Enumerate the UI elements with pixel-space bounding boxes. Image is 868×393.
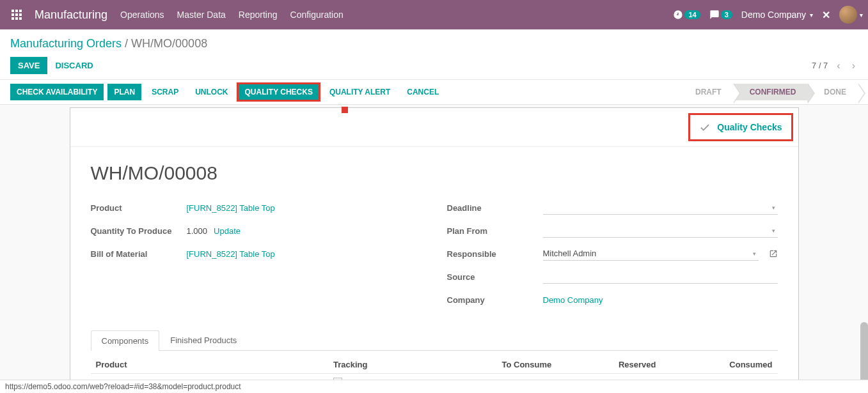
label-bom: Bill of Material bbox=[91, 249, 187, 259]
label-responsible: Responsible bbox=[447, 249, 543, 259]
label-deadline: Deadline bbox=[447, 203, 543, 213]
nav-reporting[interactable]: Reporting bbox=[239, 10, 278, 20]
cancel-button[interactable]: CANCEL bbox=[400, 84, 445, 100]
discard-button[interactable]: DISCARD bbox=[55, 61, 93, 70]
quality-checks-button[interactable]: QUALITY CHECKS bbox=[238, 84, 319, 100]
caret-down-icon: ▾ bbox=[753, 250, 756, 257]
field-source[interactable] bbox=[543, 270, 778, 284]
nav-master-data[interactable]: Master Data bbox=[177, 10, 226, 20]
clock-icon bbox=[673, 10, 683, 20]
caret-down-icon: ▾ bbox=[772, 204, 775, 211]
nav-configuration[interactable]: Configuration bbox=[290, 10, 343, 20]
quality-checks-stat-button[interactable]: Quality Checks bbox=[688, 113, 793, 141]
activity-indicator[interactable]: 14 bbox=[673, 10, 700, 20]
field-responsible-value: Mitchell Admin bbox=[543, 249, 597, 258]
caret-down-icon: ▾ bbox=[772, 227, 775, 234]
activity-count: 14 bbox=[684, 10, 700, 19]
stage-confirmed[interactable]: CONFIRMED bbox=[733, 84, 808, 100]
col-reserved[interactable]: Reserved bbox=[556, 356, 661, 374]
breadcrumb-sep: / bbox=[125, 37, 131, 50]
pager-value[interactable]: 7 / 7 bbox=[812, 61, 828, 70]
avatar bbox=[839, 6, 857, 24]
breadcrumb: Manufacturing Orders / WH/MO/00008 bbox=[10, 37, 858, 50]
browser-status-bar: https://demo5.odoo.com/web?reload=#id=38… bbox=[0, 380, 868, 393]
pager: 7 / 7 ‹ › bbox=[812, 59, 858, 73]
col-product[interactable]: Product bbox=[91, 356, 328, 374]
label-plan-from: Plan From bbox=[447, 226, 543, 236]
plan-button[interactable]: PLAN bbox=[107, 84, 141, 100]
label-qty: Quantity To Produce bbox=[91, 226, 187, 236]
field-product[interactable]: [FURN_8522] Table Top bbox=[187, 203, 275, 213]
messages-indicator[interactable]: 3 bbox=[709, 10, 732, 20]
pager-prev[interactable]: ‹ bbox=[834, 59, 842, 73]
message-count: 3 bbox=[721, 10, 732, 19]
caret-down-icon: ▾ bbox=[810, 12, 813, 19]
nav-right: 14 3 Demo Company ▾ ✕ ▾ bbox=[673, 6, 863, 24]
label-source: Source bbox=[447, 272, 543, 282]
stat-button-box: Quality Checks bbox=[70, 108, 798, 147]
form-view: Quality Checks WH/MO/00008 Product [FURN… bbox=[0, 105, 868, 393]
top-navbar: Manufacturing Operations Master Data Rep… bbox=[0, 0, 868, 29]
control-panel: Manufacturing Orders / WH/MO/00008 SAVE … bbox=[0, 29, 868, 80]
breadcrumb-current: WH/MO/00008 bbox=[131, 37, 207, 50]
status-stages: DRAFT CONFIRMED DONE bbox=[686, 84, 858, 100]
quality-checks-stat-label: Quality Checks bbox=[717, 122, 782, 132]
col-tracking[interactable]: Tracking bbox=[328, 356, 425, 374]
highlight-mark bbox=[342, 107, 348, 113]
brand-title[interactable]: Manufacturing bbox=[35, 8, 107, 22]
field-plan-from[interactable]: ▾ bbox=[543, 224, 778, 238]
chat-icon bbox=[709, 10, 720, 20]
user-menu[interactable]: ▾ bbox=[839, 6, 863, 24]
tab-finished-products[interactable]: Finished Products bbox=[159, 330, 248, 350]
field-qty[interactable]: 1.000 bbox=[187, 226, 208, 236]
unlock-button[interactable]: UNLOCK bbox=[189, 84, 234, 100]
field-bom[interactable]: [FURN_8522] Table Top bbox=[187, 249, 275, 259]
company-name: Demo Company bbox=[741, 10, 806, 20]
check-icon bbox=[699, 121, 711, 133]
tab-components[interactable]: Components bbox=[91, 330, 160, 351]
breadcrumb-parent[interactable]: Manufacturing Orders bbox=[10, 37, 122, 50]
quality-alert-button[interactable]: QUALITY ALERT bbox=[323, 84, 397, 100]
external-link-icon[interactable] bbox=[769, 249, 778, 258]
check-availability-button[interactable]: CHECK AVAILABILITY bbox=[10, 84, 104, 100]
record-title: WH/MO/00008 bbox=[91, 162, 778, 184]
col-consumed[interactable]: Consumed bbox=[661, 356, 777, 374]
pager-next[interactable]: › bbox=[849, 59, 858, 73]
status-bar: CHECK AVAILABILITY PLAN SCRAP UNLOCK QUA… bbox=[0, 80, 868, 105]
update-qty-button[interactable]: Update bbox=[214, 226, 241, 236]
nav-operations[interactable]: Operations bbox=[120, 10, 164, 20]
nav-menu: Operations Master Data Reporting Configu… bbox=[120, 10, 343, 20]
close-icon[interactable]: ✕ bbox=[822, 9, 830, 21]
field-responsible[interactable]: Mitchell Admin ▾ bbox=[543, 247, 759, 261]
col-to-consume[interactable]: To Consume bbox=[425, 356, 556, 374]
caret-down-icon: ▾ bbox=[860, 12, 863, 19]
form-sheet: Quality Checks WH/MO/00008 Product [FURN… bbox=[70, 107, 799, 393]
apps-icon[interactable] bbox=[5, 10, 28, 20]
field-company[interactable]: Demo Company bbox=[543, 295, 603, 305]
field-deadline[interactable]: ▾ bbox=[543, 201, 778, 215]
notebook-tabs: Components Finished Products bbox=[91, 330, 778, 351]
save-button[interactable]: SAVE bbox=[10, 57, 47, 74]
label-company: Company bbox=[447, 295, 543, 305]
scrap-button[interactable]: SCRAP bbox=[145, 84, 185, 100]
stage-draft[interactable]: DRAFT bbox=[686, 84, 733, 100]
label-product: Product bbox=[91, 203, 187, 213]
company-selector[interactable]: Demo Company ▾ bbox=[741, 10, 813, 20]
